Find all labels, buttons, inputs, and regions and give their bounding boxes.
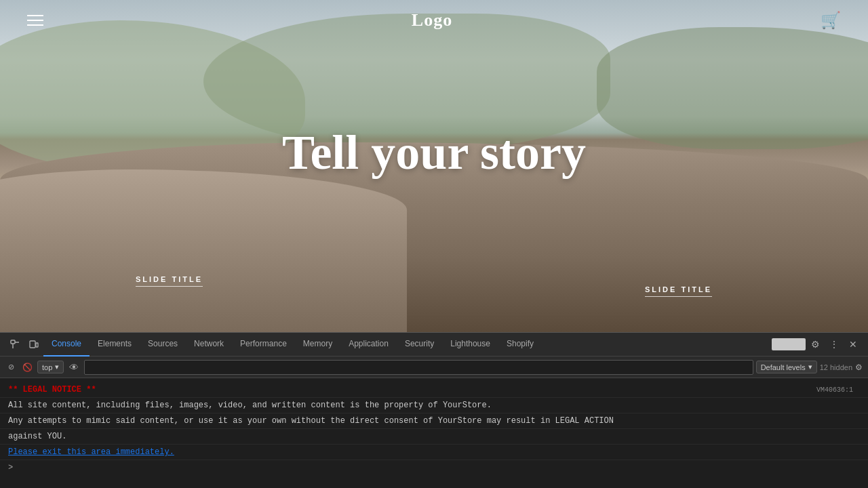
hill-3 [597, 27, 868, 149]
hamburger-menu-button[interactable] [27, 15, 43, 26]
console-input[interactable] [84, 360, 753, 375]
console-line-exit: Please exit this area immediately. [0, 445, 868, 460]
legal-notice-text: ** LEGAL NOTICE ** [8, 385, 96, 394]
navbar: Logo 🛒 [0, 0, 868, 41]
slide-title-right: SLIDE TITLE [645, 283, 712, 295]
console-settings-icon[interactable]: ⚙ [855, 363, 863, 372]
exit-notice-text[interactable]: Please exit this area immediately. [8, 447, 174, 457]
console-line-3: against YOU. [0, 429, 868, 445]
tab-elements[interactable]: Elements [90, 333, 140, 357]
more-options-icon[interactable]: ⋮ [825, 335, 844, 354]
devtools-tabs-toolbar: Console Elements Sources Network Perform… [0, 333, 868, 357]
tab-network[interactable]: Network [186, 333, 232, 357]
tab-performance[interactable]: Performance [232, 333, 295, 357]
devtools-panel: Console Elements Sources Network Perform… [0, 332, 868, 488]
console-line-3-text: against YOU. [8, 430, 860, 443]
svg-rect-3 [30, 341, 35, 348]
svg-rect-0 [11, 340, 15, 344]
inspect-element-button[interactable] [5, 335, 24, 354]
clear-console-button[interactable]: ⊘ [5, 361, 17, 373]
website-preview: Logo 🛒 Tell your story SLIDE TITLE SLIDE… [0, 0, 868, 332]
stop-button[interactable]: 🚫 [20, 360, 35, 375]
console-prompt-line: > [0, 460, 868, 475]
device-toggle-button[interactable] [24, 335, 43, 354]
tab-application[interactable]: Application [340, 333, 397, 357]
console-line-2-text: Any attempts to mimic said content, or u… [8, 415, 860, 427]
chevron-down-icon: ▾ [808, 363, 812, 371]
console-line-notice: ** LEGAL NOTICE ** VM40636:1 [0, 382, 868, 398]
hidden-count-badge: 12 hidden [820, 363, 852, 371]
console-line-1-text: All site content, including files, image… [8, 399, 860, 411]
tab-lighthouse[interactable]: Lighthouse [442, 333, 498, 357]
eye-icon[interactable]: 👁 [66, 361, 81, 374]
console-bar: ⊘ 🚫 top ▾ 👁 Default levels ▾ 12 hidden ⚙ [0, 357, 868, 378]
ground-2 [0, 169, 407, 332]
context-selector[interactable]: top ▾ [37, 361, 64, 373]
tab-shopify[interactable]: Shopify [498, 333, 542, 357]
console-line-ref: VM40636:1 [799, 384, 853, 395]
tab-console[interactable]: Console [43, 333, 90, 357]
settings-gear-icon[interactable]: ⚙ [806, 335, 825, 354]
tab-memory[interactable]: Memory [295, 333, 340, 357]
hero-title: Tell your story [282, 125, 586, 181]
slide-title-left: SLIDE TITLE [136, 272, 203, 285]
console-line-2: Any attempts to mimic said content, or u… [0, 413, 868, 429]
console-line-1: All site content, including files, image… [0, 398, 868, 413]
hero-section: Tell your story [282, 125, 586, 181]
tab-security[interactable]: Security [397, 333, 442, 357]
svg-rect-4 [36, 343, 38, 347]
console-prompt-symbol: > [8, 463, 13, 472]
tab-sources[interactable]: Sources [140, 333, 186, 357]
close-devtools-button[interactable]: ✕ [844, 335, 863, 354]
cart-icon[interactable]: 🛒 [821, 11, 841, 30]
site-logo[interactable]: Logo [412, 10, 452, 30]
color-preview-box [772, 338, 806, 350]
chevron-down-icon: ▾ [55, 363, 59, 371]
console-output: ** LEGAL NOTICE ** VM40636:1 All site co… [0, 378, 868, 488]
log-levels-selector[interactable]: Default levels ▾ [756, 361, 817, 373]
